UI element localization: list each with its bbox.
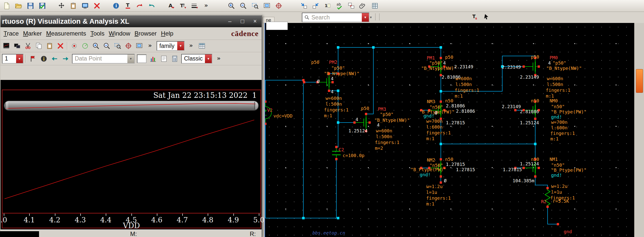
scrollbar-thumb[interactable] (636, 69, 643, 93)
schematic-label[interactable]: C2 (339, 147, 344, 152)
schematic-label[interactable]: m=2 (375, 145, 383, 151)
schematic-label[interactable]: 2.81086 (456, 108, 475, 114)
flag-icon[interactable] (29, 54, 37, 64)
schematic-label[interactable]: 2.23149 (502, 64, 521, 70)
cell-name-field[interactable] (266, 22, 288, 30)
schematic-label[interactable]: 2.81086 (520, 109, 539, 114)
trace-line[interactable] (5, 120, 254, 199)
schematic-label[interactable]: PM0 (550, 55, 558, 60)
cut-icon[interactable] (24, 41, 32, 51)
menu-browser[interactable]: Browser (134, 30, 157, 37)
schematic-canvas[interactable]: p50PM2"p50""B_Ntype(NW)"4Ø4w=600nl:500nf… (265, 23, 635, 237)
viz-titlebar[interactable]: rtuoso (R) Visualization & Analysis XL –… (1, 15, 262, 27)
note-icon[interactable] (40, 54, 48, 64)
schematic-label[interactable]: "n50" (430, 104, 443, 110)
schematic-label[interactable]: R2 (541, 199, 547, 204)
schematic-label[interactable]: Ø (435, 110, 438, 115)
point-icon[interactable] (70, 41, 79, 51)
wire[interactable] (548, 207, 558, 224)
paste-icon[interactable] (69, 1, 78, 11)
more-icon[interactable]: » (146, 41, 154, 51)
datapoint-combo-arrow[interactable]: ▼ (127, 54, 134, 63)
schematic-label[interactable]: "B_Ptype(PW)" (551, 167, 587, 173)
schematic-label[interactable]: PM1 (427, 55, 435, 61)
schematic-label[interactable]: fingers:1 (546, 87, 570, 93)
schematic-label[interactable]: 4 (355, 117, 358, 122)
schematic-label[interactable]: "B_Ptype(PW)" (411, 167, 446, 172)
probe-icon[interactable] (124, 41, 133, 51)
subwin-icon[interactable] (13, 41, 21, 51)
wire[interactable] (535, 176, 548, 188)
chart-icon[interactable] (149, 54, 157, 64)
zoom-box-icon[interactable] (113, 41, 122, 51)
schematic-label[interactable]: fingers:1 (455, 87, 479, 93)
schematic-label[interactable]: 4 (377, 122, 380, 128)
more-icon[interactable]: » (214, 54, 223, 64)
schematic-label[interactable]: 1.27815 (456, 167, 475, 172)
toolbar-mini-dropdown[interactable]: ▼ (369, 16, 372, 19)
schematic-label[interactable]: l:500n (376, 134, 392, 139)
schematic-label[interactable]: "B_Ntype(NW)" (546, 66, 582, 71)
wire[interactable] (366, 47, 373, 114)
schematic-label[interactable]: "B_Ntype(NW)" (324, 71, 360, 76)
schematic-label[interactable]: c=100.0p (343, 153, 365, 158)
schematic-label[interactable]: l:600n (426, 124, 443, 130)
zoom-out-icon[interactable] (102, 41, 111, 51)
schematic-label[interactable]: m:1 (324, 113, 332, 118)
schematic-label[interactable]: "p50" (380, 112, 393, 117)
zoom-fit-icon[interactable] (263, 1, 271, 11)
schematic-label[interactable]: 1.27815 (446, 162, 465, 167)
schematic-label[interactable]: w=700n (551, 120, 567, 125)
zoom-box-icon[interactable] (251, 1, 259, 11)
schematic-vertical-scrollbar[interactable] (634, 23, 644, 237)
schematic-label[interactable]: p50 (311, 60, 319, 65)
page-combo[interactable]: 1 ▼ (2, 54, 23, 64)
schematic-label[interactable]: n50 (531, 98, 539, 103)
device-R2[interactable] (545, 187, 550, 208)
schematic-label[interactable]: PM2 (329, 60, 337, 65)
probe-icon[interactable] (274, 1, 283, 11)
schematic-label[interactable]: 4 (331, 89, 334, 94)
forward-icon[interactable] (61, 54, 70, 64)
schematic-label[interactable]: fingers:1 (324, 107, 349, 112)
zoom-in-icon[interactable] (92, 41, 100, 51)
schematic-label[interactable]: Ø (444, 178, 447, 183)
schematic-label[interactable]: gnd! (551, 114, 562, 120)
display-icon[interactable] (81, 1, 89, 11)
schematic-label[interactable]: 1.27815 (446, 120, 465, 125)
wire[interactable] (265, 80, 303, 102)
schematic-label[interactable]: w=1.2u (551, 184, 567, 189)
schematic-label[interactable]: "p50" (553, 60, 566, 66)
move-icon[interactable] (57, 1, 66, 11)
menu-tools[interactable]: Tools (90, 30, 104, 37)
schematic-label[interactable]: w=600n (326, 96, 342, 101)
spell-icon[interactable]: ab (335, 1, 344, 11)
schematic-label[interactable]: w=1.2u (426, 184, 443, 189)
info-icon[interactable]: i (112, 1, 120, 11)
schematic-label[interactable]: 1.25124 (520, 161, 539, 166)
save-as-icon[interactable] (26, 1, 35, 11)
redo-icon[interactable] (135, 1, 144, 11)
maximize-button[interactable]: □ (238, 17, 247, 25)
schematic-label[interactable]: fingers:1 (426, 130, 451, 135)
family-combo-arrow[interactable]: ▼ (177, 42, 184, 50)
text-tool-icon[interactable]: Ts (470, 12, 479, 22)
schematic-label[interactable]: m:1 (426, 136, 435, 141)
schematic-label[interactable]: w=600n (547, 76, 563, 81)
schematic-label[interactable]: PM3 (378, 106, 386, 112)
schematic-label[interactable]: r=5.5K (553, 198, 569, 204)
schematic-label[interactable]: l:500n (547, 82, 563, 87)
schematic-label[interactable]: gnd! (423, 113, 434, 118)
schematic-label[interactable]: "p50" (429, 60, 443, 66)
device-PM0[interactable] (523, 57, 540, 76)
schematic-label[interactable]: "n50" (551, 104, 565, 109)
schematic-label[interactable]: n50 (445, 157, 453, 162)
paste-icon[interactable] (45, 41, 54, 51)
zoom-out-icon[interactable] (239, 1, 247, 11)
delete-icon[interactable] (93, 1, 101, 11)
schematic-label[interactable]: 1.25124 (348, 128, 368, 133)
schematic-label[interactable]: m:1 (455, 93, 463, 99)
table-icon[interactable] (198, 41, 206, 51)
back-icon[interactable] (50, 54, 59, 64)
schematic-label[interactable]: gnd (564, 229, 572, 234)
